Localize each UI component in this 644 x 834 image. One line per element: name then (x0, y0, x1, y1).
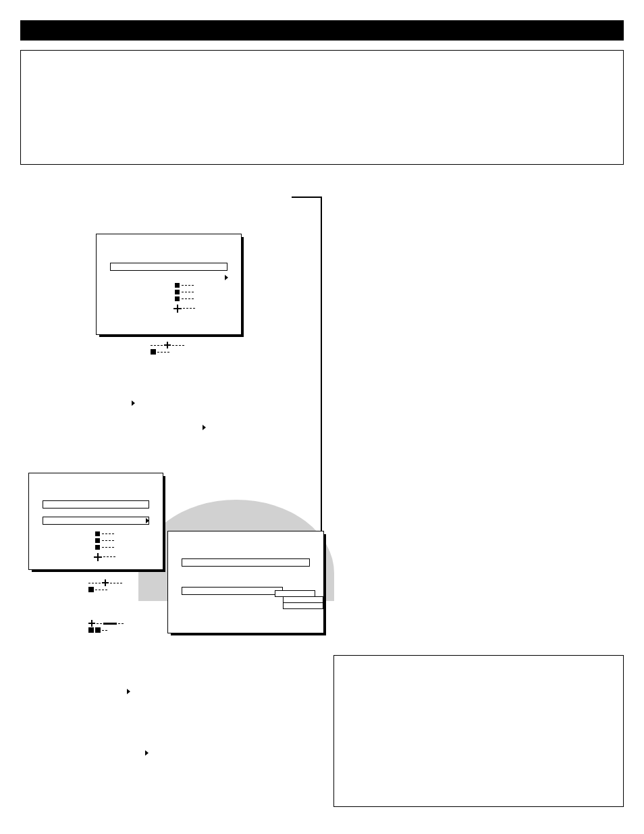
play-icon (146, 518, 149, 523)
menu-field (110, 263, 227, 271)
manual-page (0, 0, 644, 834)
remote-buttons-hint-1 (150, 342, 204, 369)
step-marker (145, 746, 149, 758)
menu-field (43, 500, 149, 509)
step-marker (203, 421, 206, 433)
callout-arrow-horizontal (292, 197, 321, 198)
menu-screenshot-1 (96, 234, 242, 335)
icon-grid (175, 283, 222, 317)
menu-field (182, 558, 310, 567)
menu-field-selected (182, 587, 283, 595)
section-header-bar (20, 20, 624, 41)
play-icon (225, 275, 228, 280)
submenu-option (283, 602, 323, 609)
remote-buttons-hint-2b (88, 620, 142, 647)
menu-field-highlight (43, 517, 149, 525)
submenu-cascade (275, 591, 323, 609)
remote-buttons-hint-2a (88, 579, 142, 606)
icon-grid (95, 531, 142, 565)
callout-arrow-vertical (321, 197, 322, 577)
step-marker (127, 685, 130, 697)
note-box (333, 655, 624, 807)
menu-screenshot-2 (28, 473, 163, 570)
step-marker (132, 396, 135, 409)
menu-screenshot-3-zoom (167, 531, 324, 633)
intro-description-box (20, 50, 624, 165)
